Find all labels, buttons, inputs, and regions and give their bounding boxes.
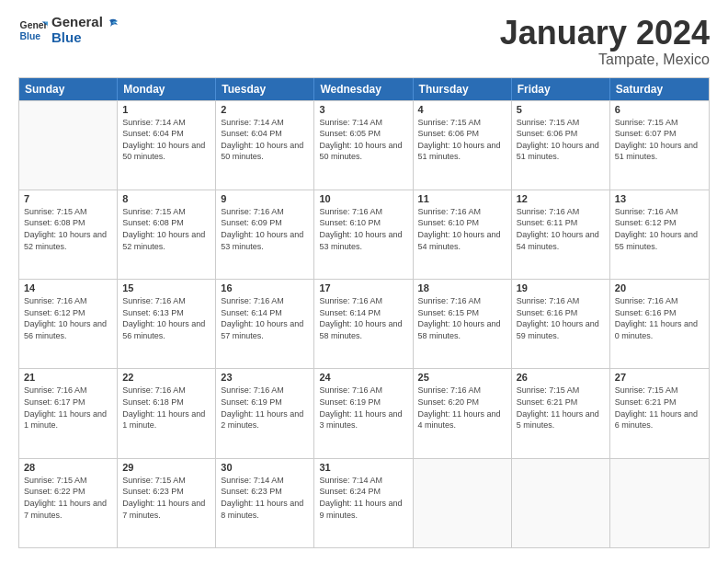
day-number: 27 — [615, 372, 704, 383]
day-number: 9 — [221, 193, 309, 204]
header-day-wednesday: Wednesday — [314, 78, 413, 100]
day-info: Sunrise: 7:15 AMSunset: 6:21 PMDaylight:… — [615, 385, 704, 431]
day-info: Sunrise: 7:16 AMSunset: 6:12 PMDaylight:… — [615, 206, 704, 252]
day-info: Sunrise: 7:14 AMSunset: 6:04 PMDaylight:… — [221, 117, 309, 163]
day-number: 12 — [517, 193, 605, 204]
day-number: 17 — [319, 282, 407, 293]
empty-cell — [512, 459, 610, 547]
day-cell-31: 31Sunrise: 7:14 AMSunset: 6:24 PMDayligh… — [314, 459, 413, 547]
day-cell-22: 22Sunrise: 7:16 AMSunset: 6:18 PMDayligh… — [118, 369, 216, 457]
day-number: 29 — [122, 462, 210, 473]
day-number: 15 — [122, 282, 210, 293]
day-info: Sunrise: 7:14 AMSunset: 6:24 PMDaylight:… — [319, 475, 407, 521]
calendar: SundayMondayTuesdayWednesdayThursdayFrid… — [18, 77, 710, 548]
day-number: 11 — [418, 193, 506, 204]
day-cell-2: 2Sunrise: 7:14 AMSunset: 6:04 PMDaylight… — [216, 101, 314, 190]
empty-cell — [610, 459, 709, 547]
day-info: Sunrise: 7:15 AMSunset: 6:22 PMDaylight:… — [24, 475, 112, 521]
day-info: Sunrise: 7:16 AMSunset: 6:17 PMDaylight:… — [24, 385, 112, 431]
header-day-thursday: Thursday — [414, 78, 512, 100]
header-day-saturday: Saturday — [610, 78, 709, 100]
day-number: 13 — [615, 193, 704, 204]
day-number: 14 — [24, 282, 112, 293]
day-number: 3 — [319, 104, 407, 115]
day-info: Sunrise: 7:15 AMSunset: 6:07 PMDaylight:… — [615, 117, 704, 163]
header-day-friday: Friday — [512, 78, 610, 100]
day-info: Sunrise: 7:16 AMSunset: 6:10 PMDaylight:… — [319, 206, 407, 252]
day-cell-29: 29Sunrise: 7:15 AMSunset: 6:23 PMDayligh… — [118, 459, 216, 547]
day-number: 18 — [418, 282, 506, 293]
day-number: 7 — [24, 193, 112, 204]
day-info: Sunrise: 7:16 AMSunset: 6:10 PMDaylight:… — [418, 206, 506, 252]
week-row-0: 1Sunrise: 7:14 AMSunset: 6:04 PMDaylight… — [19, 100, 709, 190]
empty-cell — [19, 101, 118, 190]
day-number: 22 — [122, 372, 210, 383]
day-number: 20 — [615, 282, 704, 293]
day-info: Sunrise: 7:16 AMSunset: 6:14 PMDaylight:… — [221, 295, 309, 341]
day-cell-18: 18Sunrise: 7:16 AMSunset: 6:15 PMDayligh… — [414, 280, 512, 368]
day-info: Sunrise: 7:15 AMSunset: 6:06 PMDaylight:… — [418, 117, 506, 163]
day-number: 30 — [221, 462, 309, 473]
day-info: Sunrise: 7:15 AMSunset: 6:08 PMDaylight:… — [24, 206, 112, 252]
day-info: Sunrise: 7:16 AMSunset: 6:11 PMDaylight:… — [517, 206, 605, 252]
day-info: Sunrise: 7:16 AMSunset: 6:15 PMDaylight:… — [418, 295, 506, 341]
day-info: Sunrise: 7:16 AMSunset: 6:19 PMDaylight:… — [319, 385, 407, 431]
day-info: Sunrise: 7:15 AMSunset: 6:06 PMDaylight:… — [517, 117, 605, 163]
day-cell-13: 13Sunrise: 7:16 AMSunset: 6:12 PMDayligh… — [610, 190, 709, 279]
day-cell-12: 12Sunrise: 7:16 AMSunset: 6:11 PMDayligh… — [512, 190, 610, 279]
day-cell-25: 25Sunrise: 7:16 AMSunset: 6:20 PMDayligh… — [414, 369, 512, 457]
title-block: January 2024 Tampate, Mexico — [500, 15, 710, 68]
header: General Blue General Blue January 2024 T… — [18, 15, 710, 68]
day-number: 19 — [517, 282, 605, 293]
day-info: Sunrise: 7:16 AMSunset: 6:09 PMDaylight:… — [221, 206, 309, 252]
svg-text:Blue: Blue — [20, 30, 41, 40]
day-info: Sunrise: 7:16 AMSunset: 6:16 PMDaylight:… — [615, 295, 704, 341]
day-cell-21: 21Sunrise: 7:16 AMSunset: 6:17 PMDayligh… — [19, 369, 118, 457]
day-cell-27: 27Sunrise: 7:15 AMSunset: 6:21 PMDayligh… — [610, 369, 709, 457]
logo-bird-icon — [99, 16, 119, 36]
week-row-1: 7Sunrise: 7:15 AMSunset: 6:08 PMDaylight… — [19, 190, 709, 279]
day-cell-30: 30Sunrise: 7:14 AMSunset: 6:23 PMDayligh… — [216, 459, 314, 547]
day-info: Sunrise: 7:16 AMSunset: 6:14 PMDaylight:… — [319, 295, 407, 341]
page: General Blue General Blue January 2024 T… — [0, 0, 728, 563]
day-cell-11: 11Sunrise: 7:16 AMSunset: 6:10 PMDayligh… — [414, 190, 512, 279]
day-number: 1 — [122, 104, 210, 115]
day-info: Sunrise: 7:14 AMSunset: 6:05 PMDaylight:… — [319, 117, 407, 163]
week-row-4: 28Sunrise: 7:15 AMSunset: 6:22 PMDayligh… — [19, 458, 709, 547]
day-cell-10: 10Sunrise: 7:16 AMSunset: 6:10 PMDayligh… — [314, 190, 413, 279]
logo: General Blue General Blue — [18, 15, 119, 45]
day-number: 26 — [517, 372, 605, 383]
location-subtitle: Tampate, Mexico — [500, 52, 710, 68]
day-cell-3: 3Sunrise: 7:14 AMSunset: 6:05 PMDaylight… — [314, 101, 413, 190]
day-number: 23 — [221, 372, 309, 383]
day-cell-28: 28Sunrise: 7:15 AMSunset: 6:22 PMDayligh… — [19, 459, 118, 547]
day-info: Sunrise: 7:15 AMSunset: 6:21 PMDaylight:… — [517, 385, 605, 431]
day-info: Sunrise: 7:14 AMSunset: 6:23 PMDaylight:… — [221, 475, 309, 521]
day-cell-7: 7Sunrise: 7:15 AMSunset: 6:08 PMDaylight… — [19, 190, 118, 279]
logo-line2: Blue — [51, 30, 103, 46]
day-number: 16 — [221, 282, 309, 293]
month-title: January 2024 — [500, 15, 710, 52]
day-info: Sunrise: 7:16 AMSunset: 6:16 PMDaylight:… — [517, 295, 605, 341]
calendar-body: 1Sunrise: 7:14 AMSunset: 6:04 PMDaylight… — [19, 100, 709, 547]
day-cell-8: 8Sunrise: 7:15 AMSunset: 6:08 PMDaylight… — [118, 190, 216, 279]
day-number: 28 — [24, 462, 112, 473]
week-row-3: 21Sunrise: 7:16 AMSunset: 6:17 PMDayligh… — [19, 368, 709, 457]
day-info: Sunrise: 7:15 AMSunset: 6:23 PMDaylight:… — [122, 475, 210, 521]
day-number: 5 — [517, 104, 605, 115]
header-day-tuesday: Tuesday — [216, 78, 314, 100]
day-number: 31 — [319, 462, 407, 473]
day-info: Sunrise: 7:16 AMSunset: 6:20 PMDaylight:… — [418, 385, 506, 431]
header-day-monday: Monday — [118, 78, 216, 100]
day-number: 21 — [24, 372, 112, 383]
logo-icon: General Blue — [18, 16, 48, 45]
day-cell-1: 1Sunrise: 7:14 AMSunset: 6:04 PMDaylight… — [118, 101, 216, 190]
day-cell-6: 6Sunrise: 7:15 AMSunset: 6:07 PMDaylight… — [610, 101, 709, 190]
day-cell-4: 4Sunrise: 7:15 AMSunset: 6:06 PMDaylight… — [414, 101, 512, 190]
day-info: Sunrise: 7:14 AMSunset: 6:04 PMDaylight:… — [122, 117, 210, 163]
day-cell-9: 9Sunrise: 7:16 AMSunset: 6:09 PMDaylight… — [216, 190, 314, 279]
week-row-2: 14Sunrise: 7:16 AMSunset: 6:12 PMDayligh… — [19, 279, 709, 368]
day-number: 2 — [221, 104, 309, 115]
day-number: 8 — [122, 193, 210, 204]
day-cell-17: 17Sunrise: 7:16 AMSunset: 6:14 PMDayligh… — [314, 280, 413, 368]
